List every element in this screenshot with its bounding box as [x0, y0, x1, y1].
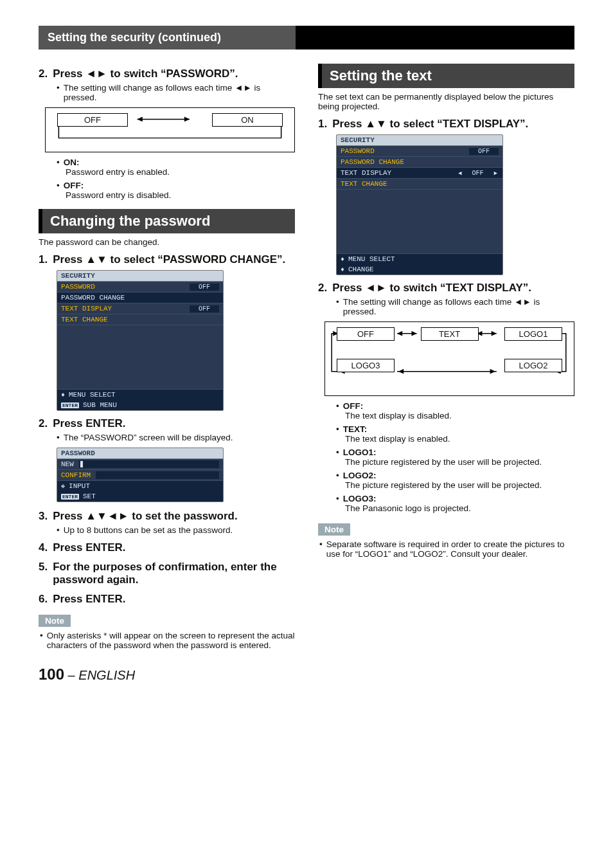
- osd-footer-text: INPUT: [69, 482, 90, 490]
- osd-label: TEXT DISPLAY: [61, 305, 112, 312]
- flow-box-off: OFF: [57, 113, 128, 127]
- osd-row-text-change: TEXT CHANGE: [337, 179, 502, 190]
- osd-label: PASSWORD: [61, 283, 95, 291]
- osd-title: SECURITY: [57, 271, 223, 282]
- cp-step-4: 4. Press ENTER.: [39, 541, 295, 554]
- osd-empty-area: [57, 325, 223, 390]
- opt-off-label: OFF:: [343, 401, 364, 411]
- step-text-b: to set the password.: [129, 510, 238, 522]
- bullet-icon: •: [57, 83, 60, 102]
- step-text: Press ENTER.: [53, 593, 295, 606]
- step-text-a: Press: [53, 253, 85, 266]
- flow-box-off: OFF: [337, 327, 395, 341]
- opt-off-desc: Password entry is disabled.: [66, 190, 295, 200]
- osd-row-password: PASSWORD OFF: [337, 146, 502, 157]
- opt-off-label: OFF:: [64, 181, 84, 190]
- arrow-lr-icon: [85, 68, 107, 80]
- changepw-intro: The password can be changed.: [39, 237, 295, 247]
- opt-logo2-desc: The picture registered by the user will …: [345, 480, 574, 490]
- flow-box-text: TEXT: [421, 327, 479, 341]
- right-column: Setting the text The set text can be per…: [318, 61, 574, 650]
- arrow-lr-icon: [365, 282, 387, 294]
- step-text-b: to select “PASSWORD CHANGE”.: [107, 253, 285, 266]
- step-text: Press ENTER.: [53, 541, 295, 554]
- cp-step-3: 3. Press to set the password.: [39, 510, 295, 523]
- osd-label: PASSWORD: [341, 147, 375, 155]
- osd-footer-2: ENTER SUB MENU: [57, 400, 223, 410]
- step-text-b: to select “TEXT DISPLAY”.: [387, 118, 528, 130]
- osd-value-wrap: ◄OFF►: [457, 169, 499, 177]
- text-display-options: •OFF:The text display is disabled. •TEXT…: [336, 401, 574, 513]
- bullet-icon: •: [57, 525, 60, 535]
- cp-step-6: 6. Press ENTER.: [39, 593, 295, 606]
- osd-title: PASSWORD: [57, 448, 223, 459]
- bullet-icon: •: [319, 539, 323, 559]
- osd-password-entry: PASSWORD NEW CONFIRM ✥ INPUT ENTER SET: [57, 448, 224, 502]
- triangle-right-icon: ►: [493, 170, 499, 177]
- step-number: 2.: [318, 282, 327, 294]
- page-footer: 100 – ENGLISH: [39, 665, 574, 683]
- osd-security-1: SECURITY PASSWORD OFF PASSWORD CHANGE TE…: [57, 270, 224, 411]
- bullet-icon: •: [336, 471, 339, 480]
- svg-marker-0: [138, 117, 143, 122]
- step-text-a: Press: [332, 282, 365, 294]
- cp-step-2: 2. Press ENTER.: [39, 417, 295, 430]
- step-text-b: to switch “TEXT DISPLAY”.: [387, 282, 531, 294]
- osd-footer-1: ♦ MENU SELECT: [337, 254, 502, 264]
- osd-security-2: SECURITY PASSWORD OFF PASSWORD CHANGE TE…: [336, 134, 503, 275]
- flow-box-on: ON: [212, 113, 283, 127]
- bullet-text: The “PASSWORD” screen will be displayed.: [64, 433, 233, 442]
- step-text-a: Press: [332, 118, 365, 130]
- note-text: Only asterisks * will appear on the scre…: [47, 631, 295, 650]
- osd-row-confirm: CONFIRM: [57, 470, 223, 481]
- bullet-icon: •: [336, 297, 339, 316]
- directional-icon: ✥: [61, 482, 65, 490]
- step-2-password-switch: 2. Press to switch “PASSWORD”.: [39, 68, 295, 80]
- cp-step-5: 5. For the purposes of confirmation, ent…: [39, 561, 295, 586]
- page-title: Setting the security (continued): [39, 26, 296, 50]
- opt-text-label: TEXT:: [343, 424, 368, 434]
- osd-footer-2: ♦ CHANGE: [337, 264, 502, 275]
- flow-box-logo1: LOGO1: [504, 327, 562, 341]
- password-confirm-field: [96, 471, 219, 479]
- step-text-a: Press: [53, 510, 85, 522]
- note-body-left: • Only asterisks * will appear on the sc…: [40, 631, 295, 650]
- opt-on-label: ON:: [64, 158, 80, 167]
- enter-key-icon: ENTER: [61, 402, 79, 408]
- bullet-icon: •: [336, 424, 339, 434]
- flow-box-logo2: LOGO2: [504, 359, 562, 372]
- bullet-text: Up to 8 buttons can be set as the passwo…: [64, 525, 233, 535]
- updown-icon: ♦: [61, 392, 65, 399]
- page-number: 100: [39, 665, 64, 683]
- t-step-2-note: •The setting will change as follows each…: [336, 297, 574, 316]
- bullet-icon: •: [336, 448, 339, 457]
- note-text: Separate software is required in order t…: [326, 539, 574, 559]
- cursor-icon: [80, 461, 83, 467]
- step-text: Press to select “PASSWORD CHANGE”.: [53, 253, 295, 266]
- osd-row-text-display: TEXT DISPLAY OFF: [57, 303, 223, 314]
- osd-footer-1: ♦ MENU SELECT: [57, 390, 223, 400]
- note-label: Note: [318, 523, 350, 536]
- step-text: Press to set the password.: [53, 510, 295, 523]
- footer-language: ENGLISH: [78, 668, 135, 682]
- bullet-icon: •: [336, 494, 339, 503]
- osd-footer-text: MENU SELECT: [348, 255, 395, 263]
- osd-label: PASSWORD CHANGE: [341, 158, 404, 166]
- osd-footer-1: ✥ INPUT: [57, 481, 223, 491]
- opt-logo3-desc: The Panasonic logo is projected.: [345, 503, 574, 513]
- osd-label: TEXT DISPLAY: [341, 169, 391, 177]
- osd-row-text-change: TEXT CHANGE: [57, 314, 223, 325]
- osd-label: TEXT CHANGE: [61, 316, 108, 323]
- osd-row-password-change: PASSWORD CHANGE: [57, 293, 223, 303]
- flow-text-display: OFF TEXT LOGO1 LOGO3 LOGO2: [324, 321, 574, 396]
- step-number: 2.: [39, 417, 48, 430]
- osd-footer-text: SUB MENU: [83, 401, 117, 409]
- osd-row-text-display: TEXT DISPLAY ◄OFF►: [337, 168, 502, 179]
- left-column: 2. Press to switch “PASSWORD”. •The sett…: [39, 61, 295, 650]
- step-text: Press to switch “PASSWORD”.: [53, 68, 295, 80]
- note-body-right: • Separate software is required in order…: [319, 539, 574, 559]
- step-text: For the purposes of confirmation, enter …: [53, 561, 295, 586]
- t-step-1: 1. Press to select “TEXT DISPLAY”.: [318, 118, 574, 131]
- svg-marker-1: [184, 117, 190, 122]
- step-text: Press to switch “TEXT DISPLAY”.: [332, 282, 574, 294]
